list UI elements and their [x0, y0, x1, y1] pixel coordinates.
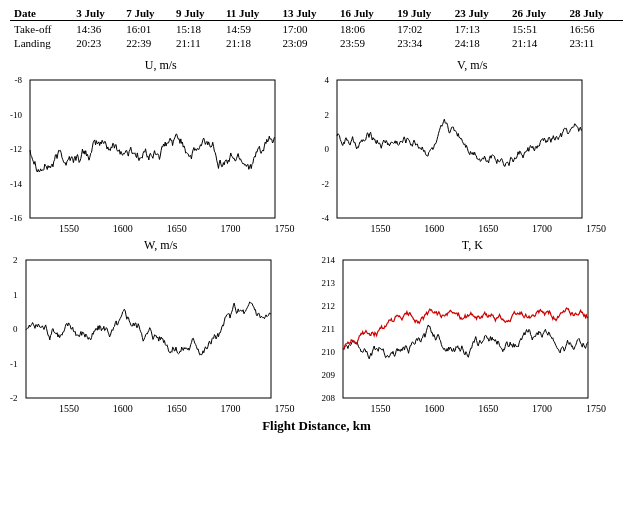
chart-v-xlabels: 15501600165017001750 [322, 223, 624, 234]
table-header-cell: Date [10, 6, 72, 21]
main-container: Date3 July7 July9 July11 July13 July16 J… [0, 0, 633, 440]
table-cell: 21:14 [508, 36, 565, 50]
canvas-w [21, 255, 276, 403]
x-axis-label: 1550 [59, 403, 79, 414]
x-axis-label: 1600 [113, 223, 133, 234]
table-header-cell: 9 July [172, 6, 222, 21]
table-header-cell: 13 July [278, 6, 335, 21]
y-axis-label: 0 [325, 144, 330, 154]
table-cell: 16:56 [566, 21, 623, 37]
table-cell: 20:23 [72, 36, 122, 50]
table-cell: 22:39 [122, 36, 172, 50]
table-cell: 15:18 [172, 21, 222, 37]
table-header-cell: 26 July [508, 6, 565, 21]
x-axis-label: 1650 [167, 223, 187, 234]
table-cell: 17:13 [451, 21, 508, 37]
y-axis-label: -2 [322, 179, 330, 189]
x-axis-label: 1550 [370, 403, 390, 414]
y-axis-label: -14 [10, 179, 22, 189]
table-cell: 18:06 [336, 21, 393, 37]
chart-t-ylabels: 214213212211210209208 [322, 255, 339, 403]
charts-grid: U, m/s -8-10-12-14-16 155016001650170017… [10, 58, 623, 414]
table-cell: 23:11 [566, 36, 623, 50]
table-cell: 23:09 [278, 36, 335, 50]
table-header-cell: 16 July [336, 6, 393, 21]
chart-w-xlabels: 15501600165017001750 [10, 403, 312, 414]
x-axis-label: 1650 [167, 403, 187, 414]
table-header-cell: 28 July [566, 6, 623, 21]
x-axis-label: 1700 [532, 403, 552, 414]
x-axis-label: 1550 [59, 223, 79, 234]
x-axis-label: 1600 [113, 403, 133, 414]
y-axis-label: -8 [15, 75, 23, 85]
table-header-cell: 19 July [393, 6, 450, 21]
chart-u-ylabels: -8-10-12-14-16 [10, 75, 25, 223]
y-axis-label: 210 [322, 347, 336, 357]
y-axis-label: 214 [322, 255, 336, 265]
y-axis-label: 4 [325, 75, 330, 85]
table-row-label: Landing [10, 36, 72, 50]
x-axis-label: 1600 [424, 223, 444, 234]
x-axis-label: 1550 [370, 223, 390, 234]
x-axis-label: 1750 [275, 223, 295, 234]
x-axis-label: 1600 [424, 403, 444, 414]
y-axis-label: 208 [322, 393, 336, 403]
chart-w: W, m/s 210-1-2 15501600165017001750 [10, 238, 312, 414]
canvas-v [332, 75, 587, 223]
x-axis-label: 1750 [586, 403, 606, 414]
table-row: Take-off14:3616:0115:1814:5917:0018:0617… [10, 21, 623, 37]
table-cell: 21:18 [222, 36, 279, 50]
chart-v-title: V, m/s [322, 58, 624, 73]
y-axis-label: 213 [322, 278, 336, 288]
chart-u: U, m/s -8-10-12-14-16 155016001650170017… [10, 58, 312, 234]
flight-table: Date3 July7 July9 July11 July13 July16 J… [10, 6, 623, 50]
table-cell: 16:01 [122, 21, 172, 37]
table-header-row: Date3 July7 July9 July11 July13 July16 J… [10, 6, 623, 21]
x-axis-label: 1700 [221, 403, 241, 414]
chart-u-xlabels: 15501600165017001750 [10, 223, 312, 234]
table-cell: 14:59 [222, 21, 279, 37]
chart-w-ylabels: 210-1-2 [10, 255, 21, 403]
table-header-cell: 23 July [451, 6, 508, 21]
x-axis-label: 1700 [532, 223, 552, 234]
chart-v-ylabels: 420-2-4 [322, 75, 333, 223]
y-axis-label: -4 [322, 213, 330, 223]
chart-t: T, K 214213212211210209208 1550160016501… [322, 238, 624, 414]
table-header-cell: 11 July [222, 6, 279, 21]
y-axis-label: 0 [13, 324, 18, 334]
x-axis-label: 1750 [586, 223, 606, 234]
table-cell: 21:11 [172, 36, 222, 50]
table-cell: 14:36 [72, 21, 122, 37]
y-axis-label: 211 [322, 324, 335, 334]
y-axis-label: 2 [325, 110, 330, 120]
table-row-label: Take-off [10, 21, 72, 37]
chart-u-title: U, m/s [10, 58, 312, 73]
chart-t-xlabels: 15501600165017001750 [322, 403, 624, 414]
y-axis-label: 212 [322, 301, 336, 311]
table-body: Take-off14:3616:0115:1814:5917:0018:0617… [10, 21, 623, 51]
x-axis-label: 1750 [275, 403, 295, 414]
canvas-t [338, 255, 593, 403]
x-axis-label: 1650 [478, 223, 498, 234]
y-axis-label: 1 [13, 290, 18, 300]
chart-w-title: W, m/s [10, 238, 312, 253]
y-axis-label: -10 [10, 110, 22, 120]
canvas-u [25, 75, 280, 223]
table-cell: 17:02 [393, 21, 450, 37]
y-axis-label: 2 [13, 255, 18, 265]
chart-t-title: T, K [322, 238, 624, 253]
y-axis-label: -16 [10, 213, 22, 223]
table-cell: 17:00 [278, 21, 335, 37]
y-axis-label: -2 [10, 393, 18, 403]
y-axis-label: -12 [10, 144, 22, 154]
y-axis-label: -1 [10, 359, 18, 369]
table-cell: 23:59 [336, 36, 393, 50]
table-cell: 15:51 [508, 21, 565, 37]
table-cell: 24:18 [451, 36, 508, 50]
table-row: Landing20:2322:3921:1121:1823:0923:5923:… [10, 36, 623, 50]
flight-distance-label: Flight Distance, km [10, 418, 623, 434]
chart-v: V, m/s 420-2-4 15501600165017001750 [322, 58, 624, 234]
table-cell: 23:34 [393, 36, 450, 50]
table-header-cell: 7 July [122, 6, 172, 21]
x-axis-label: 1700 [221, 223, 241, 234]
